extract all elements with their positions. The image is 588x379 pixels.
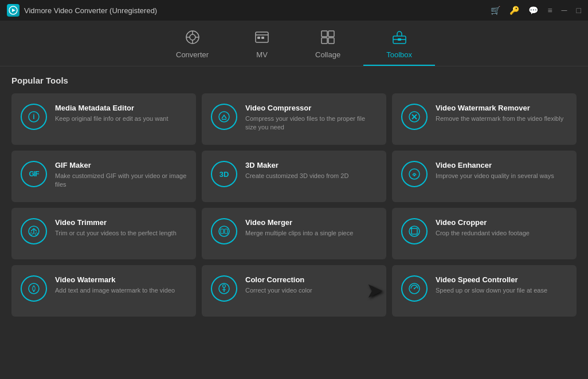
menu-icon[interactable]: ≡ xyxy=(547,6,552,15)
tool-desc-watermark-remover: Remove the watermark from the video flex… xyxy=(436,115,567,123)
nav-tabs: Converter MV Collage xyxy=(0,21,588,66)
tool-name-watermark-remover: Video Watermark Remover xyxy=(436,104,567,112)
svg-point-26 xyxy=(409,169,420,179)
video-watermark-remover-icon xyxy=(401,104,428,130)
maximize-icon[interactable]: □ xyxy=(577,6,581,15)
key-icon[interactable]: 🔑 xyxy=(509,6,519,15)
tab-collage[interactable]: Collage xyxy=(292,25,363,66)
svg-rect-15 xyxy=(328,38,334,44)
chat-icon[interactable]: 💬 xyxy=(528,6,538,15)
video-watermark-icon xyxy=(21,275,47,302)
toolbox-icon xyxy=(392,30,407,48)
video-compressor-icon xyxy=(211,104,237,130)
tab-converter[interactable]: Converter xyxy=(153,25,232,66)
tool-desc-video-trimmer: Trim or cut your videos to the perfect l… xyxy=(55,229,187,238)
tool-desc-color-correction: Correct your video color xyxy=(245,286,377,295)
tab-mv-label: MV xyxy=(256,50,268,59)
collage-icon xyxy=(320,30,335,48)
tool-desc-3d-maker: Create customized 3D video from 2D xyxy=(245,172,377,180)
tool-desc-media-metadata: Keep original file info or edit as you w… xyxy=(55,115,187,123)
section-title: Popular Tools xyxy=(11,76,577,85)
svg-text:i: i xyxy=(33,113,34,121)
tool-desc-gif-maker: Make customized GIF with your video or i… xyxy=(55,172,187,189)
tab-toolbox-label: Toolbox xyxy=(386,50,412,59)
svg-rect-35 xyxy=(221,229,224,234)
tab-collage-label: Collage xyxy=(315,50,340,59)
svg-point-49 xyxy=(414,288,415,289)
tool-video-enhancer[interactable]: Video Enhancer Improve your video qualit… xyxy=(392,151,577,202)
tool-desc-speed-controller: Speed up or slow down your file at ease xyxy=(436,286,567,295)
svg-point-41 xyxy=(29,283,39,294)
titlebar: Vidmore Video Converter (Unregistered) 🛒… xyxy=(0,0,588,21)
tool-media-metadata-editor[interactable]: i Media Metadata Editor Keep original fi… xyxy=(11,93,196,145)
tab-toolbox[interactable]: Toolbox xyxy=(363,25,435,66)
main-content: Popular Tools i Media Metadata Editor Ke… xyxy=(0,66,588,379)
tool-name-video-watermark: Video Watermark xyxy=(55,275,187,284)
minimize-icon[interactable]: ─ xyxy=(562,6,567,15)
svg-rect-14 xyxy=(322,38,327,44)
tool-name-video-compressor: Video Compressor xyxy=(245,104,377,112)
tool-video-compressor[interactable]: Video Compressor Compress your video fil… xyxy=(202,93,386,145)
video-enhancer-icon xyxy=(401,161,428,187)
color-correction-icon xyxy=(211,275,237,302)
tool-video-cropper[interactable]: Video Cropper Crop the redundant video f… xyxy=(392,208,577,259)
svg-rect-12 xyxy=(322,31,327,37)
tab-converter-label: Converter xyxy=(176,50,209,59)
video-cropper-icon xyxy=(401,218,428,244)
svg-point-21 xyxy=(219,112,229,122)
tool-name-video-cropper: Video Cropper xyxy=(436,218,567,227)
tool-video-watermark[interactable]: Video Watermark Add text and image water… xyxy=(11,265,196,317)
cart-icon[interactable]: 🛒 xyxy=(491,6,500,15)
svg-point-37 xyxy=(409,226,420,236)
tool-video-watermark-remover[interactable]: Video Watermark Remover Remove the water… xyxy=(392,93,577,145)
svg-rect-18 xyxy=(398,38,401,41)
tab-mv[interactable]: MV xyxy=(232,25,292,66)
tool-name-gif-maker: GIF Maker xyxy=(55,161,187,169)
tool-desc-video-enhancer: Improve your video quality in several wa… xyxy=(436,172,567,180)
video-merger-icon xyxy=(211,218,237,244)
converter-icon xyxy=(185,30,200,48)
svg-rect-13 xyxy=(328,31,334,37)
svg-rect-38 xyxy=(411,228,417,234)
tool-video-merger[interactable]: Video Merger Merge multiple clips into a… xyxy=(202,208,386,259)
tool-desc-video-cropper: Crop the redundant video footage xyxy=(436,229,567,238)
tool-desc-video-merger: Merge multiple clips into a single piece xyxy=(245,229,377,238)
video-speed-icon xyxy=(401,275,428,302)
svg-point-32 xyxy=(30,233,33,235)
tool-desc-video-compressor: Compress your video files to the proper … xyxy=(245,115,377,132)
svg-point-33 xyxy=(36,233,38,235)
tool-name-3d-maker: 3D Maker xyxy=(245,161,377,169)
media-metadata-icon: i xyxy=(21,104,47,130)
tool-desc-video-watermark: Add text and image watermark to the vide… xyxy=(55,286,187,295)
svg-point-3 xyxy=(190,34,195,40)
app-logo xyxy=(7,4,19,17)
tool-name-color-correction: Color Correction xyxy=(245,275,377,284)
3d-maker-icon: 3D xyxy=(211,161,237,187)
svg-rect-11 xyxy=(261,37,264,39)
tool-color-correction[interactable]: Color Correction Correct your video colo… xyxy=(202,265,386,317)
video-trimmer-icon xyxy=(21,218,47,244)
tool-gif-maker[interactable]: GIF GIF Maker Make customized GIF with y… xyxy=(11,151,196,202)
tools-grid: i Media Metadata Editor Keep original fi… xyxy=(11,93,577,317)
tool-video-speed-controller[interactable]: ➤ Video Speed Controller Speed up or slo… xyxy=(392,265,577,317)
tool-3d-maker[interactable]: 3D 3D Maker Create customized 3D video f… xyxy=(202,151,386,202)
tool-name-media-metadata: Media Metadata Editor xyxy=(55,104,187,112)
mv-icon xyxy=(254,30,269,48)
tool-name-video-enhancer: Video Enhancer xyxy=(436,161,567,169)
titlebar-controls: 🛒 🔑 💬 ≡ ─ □ xyxy=(491,6,581,15)
gif-maker-icon: GIF xyxy=(21,161,47,187)
svg-point-44 xyxy=(223,285,226,287)
svg-marker-1 xyxy=(12,9,15,12)
app-title: Vidmore Video Converter (Unregistered) xyxy=(24,6,157,15)
svg-rect-36 xyxy=(225,229,228,234)
svg-rect-10 xyxy=(257,37,260,39)
tool-name-speed-controller: Video Speed Controller xyxy=(436,275,567,284)
svg-point-27 xyxy=(414,175,415,176)
titlebar-left: Vidmore Video Converter (Unregistered) xyxy=(7,4,157,17)
tool-video-trimmer[interactable]: Video Trimmer Trim or cut your videos to… xyxy=(11,208,196,259)
tool-name-video-merger: Video Merger xyxy=(245,218,377,227)
tool-name-video-trimmer: Video Trimmer xyxy=(55,218,187,227)
